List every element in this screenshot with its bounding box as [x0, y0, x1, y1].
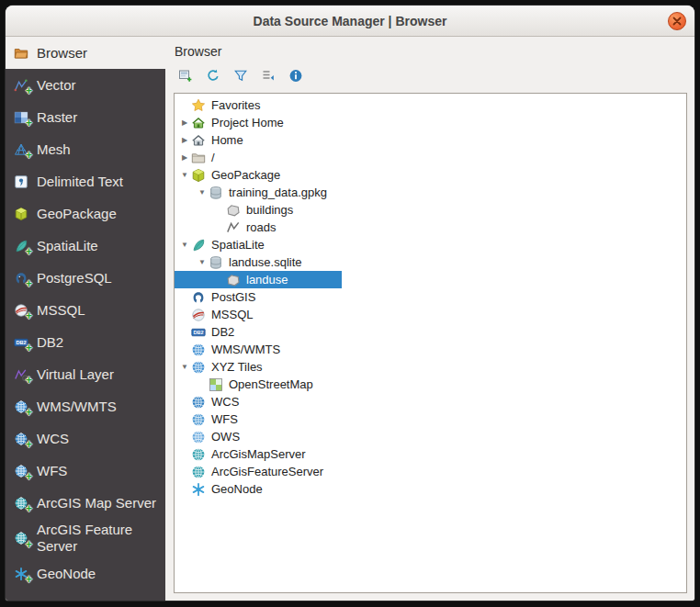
tree-item-db2[interactable]: DB2DB2 — [175, 323, 686, 341]
folder-icon — [191, 151, 206, 165]
tree-item-label: GeoPackage — [206, 168, 280, 182]
chevron-down-icon[interactable]: ▼ — [178, 241, 191, 249]
tree-item-buildings[interactable]: buildings — [175, 201, 686, 219]
raster-icon — [14, 110, 28, 125]
tree-item-label: landuse — [241, 273, 288, 287]
mssql-icon — [14, 303, 28, 318]
tree-item-label: WMS/WMTS — [206, 343, 280, 356]
tree-item-xyz-tiles[interactable]: ▼XYZ Tiles — [175, 358, 686, 376]
tree-item-label: WCS — [206, 395, 239, 409]
sidebar-item-wcs[interactable]: WCS — [6, 422, 165, 455]
sidebar-item-arcgis-map-server[interactable]: ArcGIS Map Server — [6, 487, 165, 519]
sidebar-item-label: Mesh — [37, 141, 162, 158]
tree-item-arcgisfeatureserver[interactable]: ArcGisFeatureServer — [175, 463, 686, 480]
sidebar-item-mesh[interactable]: Mesh — [6, 133, 165, 165]
sidebar-item-postgresql[interactable]: PostgreSQL — [6, 262, 165, 294]
close-button[interactable] — [668, 12, 686, 30]
sidebar-item-label: Virtual Layer — [37, 366, 162, 383]
chevron-down-icon[interactable]: ▼ — [196, 188, 209, 197]
tree-item-wcs[interactable]: WCS — [175, 393, 686, 410]
tree-item-landuse[interactable]: landuse — [175, 271, 686, 288]
sidebar-item-label: Delimited Text — [37, 174, 162, 190]
sidebar-item-virtual-layer[interactable]: Virtual Layer — [6, 358, 165, 390]
window-content: BrowserVectorRasterMeshDelimited TextGeo… — [6, 37, 694, 601]
tree-item-favorites[interactable]: Favorites — [175, 96, 686, 114]
mesh-icon — [14, 142, 28, 157]
tree-item-geonode[interactable]: GeoNode — [175, 480, 686, 498]
close-icon — [672, 17, 682, 26]
tree-item-label: Favorites — [206, 98, 260, 112]
sidebar-item-raster[interactable]: Raster — [6, 101, 165, 133]
geonode-icon — [14, 567, 28, 581]
sidebar-item-label: GeoNode — [37, 566, 162, 582]
tree-item-wms-wmts[interactable]: WMS/WMTS — [175, 341, 686, 358]
wcs-icon — [191, 395, 206, 410]
tree-item-label: DB2 — [206, 325, 234, 339]
properties-widget-button[interactable] — [284, 65, 307, 86]
geopackage-icon — [191, 168, 206, 183]
tree-item-openstreetmap[interactable]: OpenStreetMap — [175, 376, 686, 393]
vector-icon — [14, 78, 28, 93]
tree-item-project-home[interactable]: ▶Project Home — [175, 114, 686, 131]
line-layer-icon — [226, 220, 241, 235]
tree-item-label: ArcGisMapServer — [206, 447, 306, 461]
sidebar-item-geonode[interactable]: GeoNode — [6, 557, 165, 590]
add-selected-layers-button[interactable] — [174, 65, 197, 86]
tree-item-label: PostGIS — [206, 290, 255, 304]
tree-item-label: roads — [241, 220, 277, 234]
tree-item-mssql[interactable]: MSSQL — [175, 306, 686, 323]
db2-icon: DB2 — [14, 335, 28, 350]
database-icon — [209, 255, 223, 270]
browser-tree[interactable]: Favorites▶Project Home▶Home▶/▼GeoPackage… — [174, 93, 687, 593]
filter-icon — [233, 69, 248, 84]
polygon-layer-icon — [226, 203, 241, 218]
sidebar-item-arcgis-feature-server[interactable]: ArcGIS Feature Server — [6, 519, 165, 557]
tree-item-geopackage[interactable]: ▼GeoPackage — [175, 166, 686, 184]
tree-item-postgis[interactable]: PostGIS — [175, 288, 686, 306]
tree-item-label: WFS — [206, 412, 238, 426]
tree-item-spatialite[interactable]: ▼SpatiaLite — [175, 236, 686, 253]
wms-icon — [191, 343, 206, 357]
tree-item-label: Home — [206, 133, 243, 147]
tree-item-root[interactable]: ▶/ — [175, 149, 686, 166]
titlebar[interactable]: Data Source Manager | Browser — [6, 6, 694, 37]
chevron-right-icon[interactable]: ▶ — [178, 153, 191, 162]
panel-title: Browser — [174, 41, 687, 65]
chevron-down-icon[interactable]: ▼ — [196, 258, 209, 266]
sidebar-item-label: DB2 — [37, 334, 162, 351]
tree-item-roads[interactable]: roads — [175, 219, 686, 236]
tree-item-label: MSSQL — [206, 308, 254, 321]
tree-item-label: OWS — [206, 430, 240, 444]
tree-item-landuse-sqlite[interactable]: ▼landuse.sqlite — [175, 253, 686, 271]
tree-item-ows[interactable]: OWS — [175, 428, 686, 445]
sidebar-item-spatialite[interactable]: SpatiaLite — [6, 230, 165, 262]
favorites-star-icon — [191, 98, 206, 113]
tree-item-training-data-gpkg[interactable]: ▼training_data.gpkg — [175, 184, 686, 201]
sidebar-item-label: WFS — [37, 463, 162, 479]
refresh-button[interactable] — [201, 65, 224, 86]
sidebar-item-mssql[interactable]: MSSQL — [6, 294, 165, 326]
chevron-right-icon[interactable]: ▶ — [178, 118, 191, 127]
sidebar-item-db2[interactable]: DB2DB2 — [6, 326, 165, 358]
collapse-all-button[interactable] — [256, 65, 279, 86]
sidebar-item-browser[interactable]: Browser — [6, 37, 165, 69]
arcgis-feature-server-icon — [14, 531, 28, 545]
chevron-down-icon[interactable]: ▼ — [178, 171, 191, 179]
sidebar-item-delimited-text[interactable]: Delimited Text — [6, 165, 165, 197]
tree-item-wfs[interactable]: WFS — [175, 410, 686, 428]
tree-item-home[interactable]: ▶Home — [175, 131, 686, 149]
sidebar-item-label: WMS/WMTS — [37, 399, 162, 415]
db2-icon: DB2 — [191, 325, 206, 340]
sidebar-item-vector[interactable]: Vector — [6, 69, 165, 101]
tree-item-arcgismapserver[interactable]: ArcGisMapServer — [175, 445, 686, 463]
chevron-right-icon[interactable]: ▶ — [178, 136, 191, 144]
sidebar-item-geopackage[interactable]: GeoPackage — [6, 197, 165, 230]
sidebar-item-wms-wmts[interactable]: WMS/WMTS — [6, 390, 165, 422]
sidebar-item-wfs[interactable]: WFS — [6, 455, 165, 487]
chevron-down-icon[interactable]: ▼ — [178, 363, 191, 371]
sidebar-item-label: Vector — [37, 77, 162, 94]
filter-browser-button[interactable] — [229, 65, 252, 86]
refresh-icon — [206, 69, 220, 84]
delimited-text-icon — [14, 174, 28, 189]
tree-item-label: SpatiaLite — [206, 238, 265, 252]
